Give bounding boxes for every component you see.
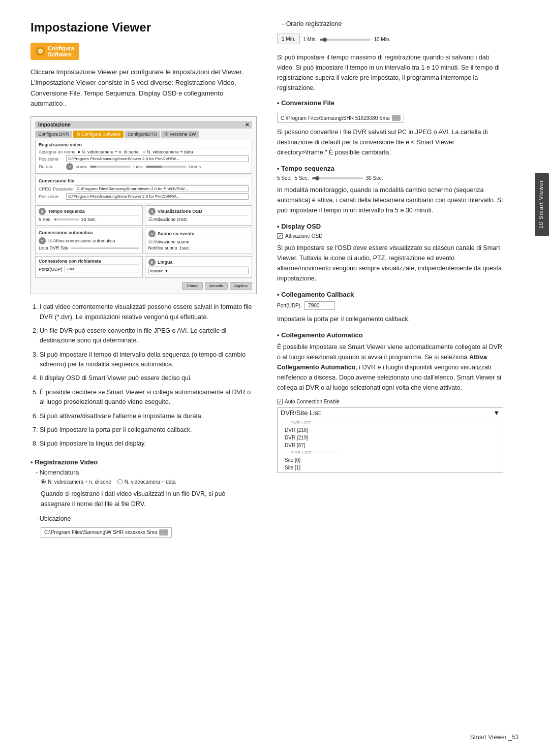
orario-body: Si può impostare il tempo massimo di reg…	[277, 52, 503, 93]
gear-icon: ⚙	[36, 47, 45, 56]
section-orario: Orario registrazione 1 Min. 1 Min. 10 Mi…	[277, 20, 503, 93]
list-item: Site [1]	[278, 464, 503, 471]
section-osd: Display OSD ✓ Attivazione OSD Si può imp…	[277, 223, 503, 284]
screenshot-mockup: Impostazione ✕ Configura DVR ⚙ Configura…	[30, 116, 257, 294]
conversione-path: C:\Program Files\Samsung\SHR 51629080 Sm…	[277, 113, 404, 123]
list-item: Site [0]	[278, 456, 503, 464]
nomenclatura-body: Quando si registrano i dati video visual…	[41, 489, 257, 509]
screenshot-callback-lingua: Connessione con richiamata Porta(UDP) 79…	[35, 256, 252, 280]
screenshot-tab-version: ① Versione SW	[161, 131, 199, 138]
screenshot-titlebar: Impostazione ✕	[35, 121, 252, 129]
bullet-registrazione: Registrazione Video Nomenclatura N. vide…	[30, 458, 257, 542]
screenshot-tabs: Configura DVR ⚙ Configura Software Confi…	[35, 131, 252, 138]
section-callback: Collegamento Callback Port(UDP) 7900 Imp…	[277, 291, 503, 324]
list-item: DVR [219]	[278, 434, 503, 442]
list-item: È possibile decidere se Smart Viewer si …	[40, 388, 257, 407]
port-input[interactable]: 7900	[304, 301, 335, 310]
tempo-slider: 5 Sec. 5 Sec. 30 Sec.	[277, 175, 503, 181]
numbered-list: I dati video correntemente visualizzati …	[30, 302, 257, 449]
screenshot-registrazione: Registrazione video Assegna un nome ● N.…	[35, 140, 252, 174]
radio-serie	[41, 479, 46, 484]
list-item: --- DVR LIST -------------------	[278, 419, 503, 426]
osd-checkbox: ✓ Attivazione OSD	[277, 233, 503, 239]
section-tempo: Tempo sequenza 5 Sec. 5 Sec. 30 Sec. In …	[277, 165, 503, 215]
nomenclatura-radio: N. videocamera + n. di serie N. videocam…	[41, 479, 257, 485]
ubicazione-path: C:\Program Files\Samsung\W SHR xxxxxxxx …	[41, 527, 172, 538]
callback-body: Impostare la porta per il collegamento c…	[277, 314, 503, 324]
list-item: Si può impostare la porta per il collega…	[40, 425, 257, 435]
list-item: --- SITE LIST ------------------	[278, 449, 503, 456]
screenshot-tab-dvr: Configura DVR	[35, 131, 72, 138]
screenshot-conversione: Conversione file CPEG Posizione C:\Progr…	[35, 176, 252, 203]
section-automatico: Collegamento Automatico È possibile impo…	[277, 331, 503, 473]
list-item: DVR [216]	[278, 426, 503, 434]
list-item: Il display OSD di Smart Viewer può esser…	[40, 373, 257, 383]
list-item: I dati video correntemente visualizzati …	[40, 302, 257, 322]
dvr-site-list: DVR/Site List: ▼ --- DVR LIST ----------…	[277, 407, 503, 473]
side-tab: 10 Smart Viewer	[535, 173, 549, 236]
radio-data	[117, 479, 123, 484]
page-title: Impostazione Viewer	[30, 20, 257, 35]
config-software-button[interactable]: ⚙ Configura Software	[30, 43, 79, 60]
auto-enable-checkbox: ✓ Auto Connection Enable	[277, 399, 503, 404]
page-number: Smart Viewer _53	[470, 734, 518, 741]
list-item: Si può impostare la lingua del display.	[40, 439, 257, 449]
screenshot-tab-software: ⚙ Configura Software	[73, 131, 124, 138]
callback-port: Port(UDP) 7900	[277, 301, 503, 310]
screenshot-buttons: Chiudi Annulla Applica	[35, 282, 252, 290]
intro-text: Cliccare Impostazione Viewer per configu…	[30, 67, 257, 109]
automatico-body: È possibile impostare se Smart Viewer vi…	[277, 342, 503, 393]
tempo-body: In modalità monitoraggio, quando la moda…	[277, 185, 503, 215]
screenshot-conn-suono: Connessione automatica 5 ☑ Attiva connes…	[35, 228, 252, 256]
osd-body: Si può impostare se l'OSD deve essere vi…	[277, 243, 503, 284]
conversione-body: Si possono convertire i file DVR salvati…	[277, 127, 503, 158]
orario-slider: 1 Min. 1 Min. 10 Min.	[277, 30, 503, 48]
screenshot-two-col: 3 Tempo sequenza 5 Sec. 30 Sec. 4 Visual…	[35, 205, 252, 228]
list-item: DVR [87]	[278, 442, 503, 449]
screenshot-tab-dto: ConfiguraDTO	[125, 131, 160, 138]
section-conversione: Conversione File C:\Program Files\Samsun…	[277, 99, 503, 158]
list-item: Si può impostare il tempo di intervallo …	[40, 350, 257, 370]
list-item: Si può attivare/disattivare l'allarme e …	[40, 412, 257, 421]
list-item: Un file DVR può essere convertito in fil…	[40, 326, 257, 346]
